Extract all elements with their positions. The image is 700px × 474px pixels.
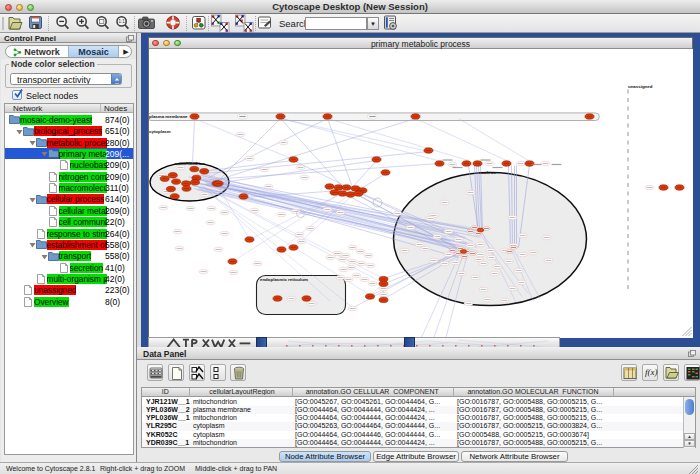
svg-text:plasma membrane: plasma membrane [149,114,188,119]
svg-text:1:1: 1:1 [118,19,125,24]
svg-text:nucleus: nucleus [479,170,496,175]
svg-text:mitochondrion: mitochondrion [175,160,206,165]
svg-text:cytoplasm: cytoplasm [149,128,171,133]
svg-text:endoplasmic reticulum: endoplasmic reticulum [260,277,308,282]
svg-text:unassigned: unassigned [628,83,653,88]
